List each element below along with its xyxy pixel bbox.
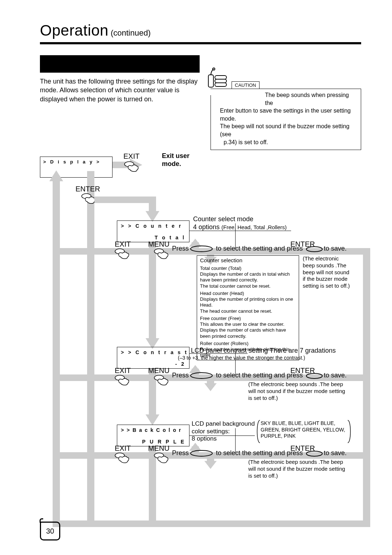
- svg-point-14: [191, 246, 212, 252]
- caution-line-4: p.34) is set to off.: [224, 138, 357, 146]
- svg-point-30: [191, 450, 212, 456]
- select-mid-1: to select the setting and press: [216, 245, 303, 252]
- svg-marker-7: [49, 170, 63, 181]
- select-row-1: Press: [172, 245, 214, 252]
- page-title-main: Operation: [40, 22, 109, 39]
- exit-label-r1: EXIT: [115, 240, 131, 248]
- select-save-1: to save.: [324, 245, 347, 252]
- counter-box-heading: Counter selection: [200, 257, 296, 264]
- hand-press-icon: [124, 161, 142, 175]
- select-mid-2: to select the setting and press: [216, 372, 303, 379]
- backcolor-lcd: > > B a c k C o l o r P U R P L E: [117, 425, 189, 446]
- contrast-beep-note: (The electronic beep sounds .The beep wi…: [248, 381, 346, 401]
- arrow-up-icon: [49, 170, 63, 181]
- path: [149, 255, 156, 342]
- oval-button-icon: [189, 450, 213, 457]
- path: [149, 381, 156, 418]
- svg-point-24: [306, 373, 322, 378]
- exit-label-r3: EXIT: [115, 444, 131, 453]
- path-v-left: [53, 178, 60, 527]
- select-save-2: to save.: [324, 372, 347, 379]
- bracket-icon-right: [347, 420, 353, 443]
- backcolor-lcd-value: P U R P L E: [142, 439, 185, 445]
- counter-total-1: Displays the number of cards in total wh…: [200, 271, 296, 283]
- path-bottom: [53, 520, 156, 527]
- counter-free-h: Free counter (Free): [200, 316, 296, 321]
- svg-rect-1: [215, 79, 226, 83]
- contrast-lcd-value: - 2: [175, 361, 185, 367]
- caution-block: The beep sounds when pressing the Enter …: [211, 89, 361, 150]
- counter-mode-sub-pre: 4 options: [193, 223, 221, 231]
- counter-roller-h: Roller counter (Rollers): [200, 341, 296, 347]
- counter-head-1: Displays the number of printing colors i…: [200, 296, 296, 308]
- select-save-3: to save.: [324, 449, 347, 457]
- page-number-wrap: 30: [40, 518, 60, 540]
- hand-press-icon: [154, 452, 171, 467]
- line: [189, 436, 255, 436]
- svg-point-17: [306, 247, 322, 252]
- line: [189, 353, 248, 354]
- menu-label-r3: MENU: [148, 444, 170, 453]
- svg-point-31: [306, 451, 322, 456]
- backcolor-options: SKY BLUE, BLUE, LIGHT BLUE, GREEN, BRIGH…: [261, 420, 348, 439]
- arrow-down-icon: [146, 414, 159, 425]
- hand-press-icon: [115, 452, 132, 467]
- counter-mode-title: Counter select mode: [193, 215, 253, 223]
- svg-marker-25: [146, 414, 159, 425]
- bc-title-2: color settings:: [192, 428, 255, 435]
- hand-press-icon: [154, 248, 171, 263]
- svg-marker-27: [204, 461, 217, 469]
- bracket-icon-left: [255, 420, 261, 443]
- section-header-bar: [40, 55, 200, 73]
- counter-total-h: Total counter (Total): [200, 266, 296, 271]
- hand-press-icon: [115, 374, 132, 389]
- path-v-right: [363, 255, 370, 527]
- display-lcd-label: > D i s p l a y >: [43, 159, 101, 165]
- counter-lcd-title: > > C o u n t e r: [121, 223, 182, 229]
- backcolor-lcd-title: > > B a c k C o l o r: [121, 427, 181, 433]
- exit-label-r2: EXIT: [115, 366, 131, 375]
- oval-button-icon: [189, 372, 213, 379]
- counter-mode-sub-small: (Free, Head, Total ,Rollers): [221, 224, 287, 230]
- select-row-3: Press: [172, 449, 214, 457]
- press-text: Press: [172, 372, 189, 379]
- page-number: 30: [40, 522, 60, 540]
- counter-free-1: This allows the user to clear the counte…: [200, 321, 296, 339]
- arrow-down-small-icon: [204, 383, 217, 391]
- contrast-lcd-title: > > C o n t r a s t: [121, 349, 188, 355]
- path-v-inner: [87, 171, 94, 527]
- menu-label-r1: MENU: [148, 240, 170, 248]
- backcolor-beep-note: (The electronic beep sounds .The beep wi…: [248, 459, 346, 479]
- svg-rect-3: [208, 75, 213, 87]
- path-h1: [94, 197, 156, 203]
- press-text: Press: [172, 449, 189, 457]
- enter-label-top: ENTER: [75, 185, 100, 193]
- title-rule: [40, 42, 361, 44]
- counter-beep-note: (The electronic beep sounds .The beep wi…: [303, 255, 350, 289]
- svg-point-4: [213, 68, 215, 70]
- menu-label-r2: MENU: [148, 366, 170, 375]
- select-row-2: Press: [172, 372, 214, 379]
- page-title-sub: (continued): [111, 28, 151, 38]
- select-mid-3: to select the setting and press: [216, 449, 303, 457]
- counter-head-2: The head counter cannot be reset.: [200, 308, 296, 314]
- svg-marker-20: [204, 383, 217, 391]
- intro-text: The unit has the following three setting…: [40, 77, 200, 104]
- counter-head-h: Head counter (Head): [200, 291, 296, 296]
- caution-line-3: The beep will not sound if the buzzer mo…: [220, 122, 357, 138]
- oval-button-icon: [306, 450, 323, 457]
- counter-mode-sub: 4 options (Free, Head, Total ,Rollers): [193, 223, 287, 231]
- counter-lcd: > > C o u n t e r T o t a l: [117, 220, 189, 242]
- path: [149, 459, 156, 520]
- contrast-mode-sub: (–3 to +3, the higher the value the stro…: [178, 355, 305, 361]
- counter-info-box: Counter selection Total counter (Total) …: [197, 255, 299, 360]
- caution-line-1: The beep sounds when pressing the: [265, 91, 357, 107]
- backcolor-mode-title: LCD panel background color settings: 8 o…: [192, 420, 255, 442]
- arrow-down-small-icon: [204, 461, 217, 469]
- hand-press-icon: [154, 374, 171, 389]
- press-text: Press: [172, 245, 189, 252]
- oval-button-icon: [189, 245, 213, 252]
- svg-rect-2: [215, 83, 226, 86]
- caution-line-2: Enter button to save the settings in the…: [220, 107, 357, 122]
- svg-rect-0: [215, 76, 226, 79]
